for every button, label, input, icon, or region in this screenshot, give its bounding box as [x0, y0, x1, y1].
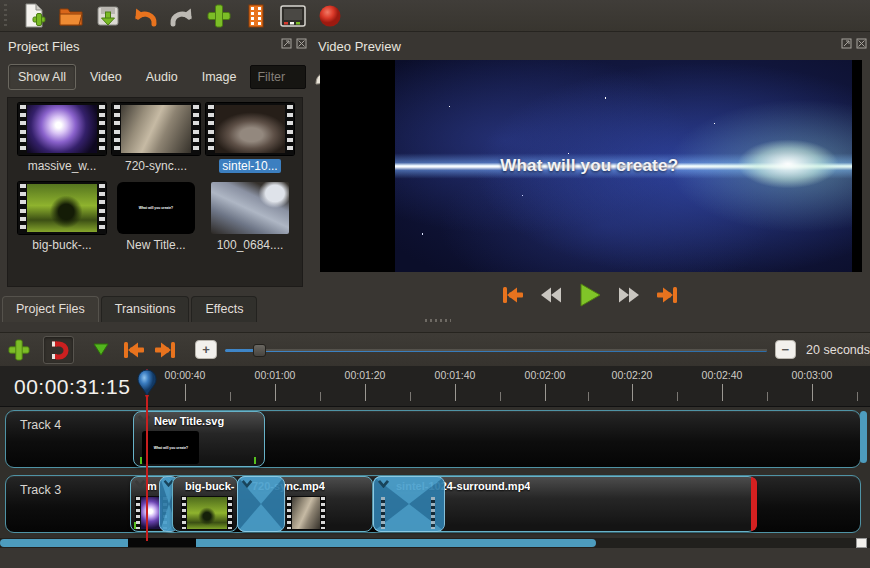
jump-to-start-button[interactable]: [500, 284, 526, 310]
media-item-bigbuck[interactable]: big-buck-...: [14, 182, 110, 253]
save-icon: [96, 4, 120, 28]
open-project-button[interactable]: [57, 2, 85, 30]
rewind-button[interactable]: [539, 285, 565, 309]
zoom-slider-handle[interactable]: [253, 344, 266, 357]
transition-menu-chevron-icon[interactable]: [241, 479, 253, 488]
panel-splitter-handle[interactable]: [425, 319, 451, 322]
playhead-marker-icon: [136, 369, 158, 401]
previous-marker-icon: [121, 339, 147, 361]
timeline-tracks-area: Track 4 New Title.svg What will you crea…: [0, 407, 870, 538]
track-4-label: Track 4: [20, 418, 61, 432]
choose-profile-button[interactable]: [242, 2, 270, 30]
playhead-handle[interactable]: [136, 369, 158, 405]
import-files-button[interactable]: [205, 2, 233, 30]
video-preview-panel-controls: [841, 38, 867, 49]
ruler-mark: 00:03:00: [792, 369, 833, 381]
redo-button[interactable]: [168, 2, 196, 30]
clip-trim-end-marker[interactable]: [751, 477, 757, 531]
filmstrip-thumbnail: [206, 103, 294, 155]
add-track-button[interactable]: [4, 336, 33, 364]
zoom-scale-label: 20 seconds: [806, 343, 870, 357]
export-video-button[interactable]: [316, 2, 344, 30]
transition-filmstrip-overlay: [380, 496, 436, 530]
hscroll-gap: [128, 538, 196, 547]
filter-tab-audio[interactable]: Audio: [136, 64, 188, 90]
project-files-title-text: Project Files: [8, 39, 80, 54]
next-marker-button[interactable]: [150, 336, 179, 364]
marker-triangle-icon: [92, 342, 110, 358]
minus-glyph-icon: −: [782, 343, 790, 356]
tab-transitions[interactable]: Transitions: [101, 296, 190, 322]
close-panel-icon[interactable]: [856, 38, 867, 49]
tab-effects[interactable]: Effects: [191, 296, 257, 322]
add-marker-button[interactable]: [88, 336, 113, 364]
media-item-720sync[interactable]: 720-sync....: [108, 103, 204, 174]
previous-marker-button[interactable]: [119, 336, 148, 364]
track-3-label: Track 3: [20, 483, 61, 497]
media-item-massive[interactable]: massive_w...: [14, 103, 110, 174]
filter-tab-show-all[interactable]: Show All: [8, 64, 76, 90]
float-panel-icon[interactable]: [841, 38, 852, 49]
timeline-vertical-scrollbar[interactable]: [860, 411, 867, 463]
transition-2[interactable]: [237, 476, 285, 532]
video-frame: What will you create?: [395, 60, 852, 272]
clip-big-buck[interactable]: big-buck-: [172, 476, 238, 532]
jump-end-icon: [654, 284, 680, 306]
play-icon: [578, 282, 602, 308]
clip-menu-chevron-icon[interactable]: [137, 414, 151, 424]
clip-new-title-svg[interactable]: New Title.svg What will you create?: [133, 411, 265, 467]
filter-input[interactable]: [250, 65, 306, 89]
save-project-button[interactable]: [94, 2, 122, 30]
zoom-out-button[interactable]: −: [775, 340, 796, 359]
plus-glyph-icon: +: [202, 343, 210, 356]
media-item-label: 100_0684....: [214, 238, 287, 252]
new-project-icon: [22, 3, 46, 29]
play-button[interactable]: [578, 282, 602, 312]
filmstrip-thumbnail: [112, 103, 200, 155]
snapping-toggle-button[interactable]: [43, 336, 74, 364]
undo-button[interactable]: [131, 2, 159, 30]
hscroll-thumb[interactable]: [0, 539, 596, 547]
filmstrip-thumbnail: [18, 182, 106, 234]
filter-tab-image[interactable]: Image: [192, 64, 247, 90]
clip-title: m: [147, 480, 157, 492]
new-project-button[interactable]: [20, 2, 48, 30]
media-item-label: massive_w...: [25, 159, 100, 173]
left-panel-tabs: Project Files Transitions Effects: [2, 296, 257, 322]
timeline-horizontal-scrollbar[interactable]: [0, 538, 870, 548]
media-item-bedroom-photo[interactable]: 100_0684....: [202, 182, 298, 253]
filter-tab-video[interactable]: Video: [80, 64, 132, 90]
zoom-in-button[interactable]: +: [195, 340, 216, 359]
clip-menu-chevron-icon[interactable]: [134, 479, 146, 488]
magnet-icon: [48, 340, 70, 360]
tab-project-files[interactable]: Project Files: [2, 296, 99, 322]
ruler-mark: 00:01:40: [435, 369, 476, 381]
video-preview-title-text: Video Preview: [318, 39, 401, 54]
transition-3[interactable]: [373, 476, 445, 532]
float-panel-icon[interactable]: [281, 38, 292, 49]
record-circle-icon: [318, 4, 342, 28]
playhead-timecode: 00:00:31:15: [14, 375, 130, 399]
media-item-label-selected: sintel-10...: [219, 159, 280, 173]
title-thumbnail-text: What will you create?: [123, 206, 189, 210]
playback-controls: [310, 281, 870, 313]
screen-frame-icon: [280, 5, 306, 27]
plus-icon: [207, 4, 231, 28]
redo-arrow-icon: [169, 5, 195, 27]
jump-to-end-button[interactable]: [654, 284, 680, 310]
zoom-slider[interactable]: [225, 343, 767, 357]
openshot-window: Project Files Show All Video Audio Image: [0, 0, 870, 568]
fullscreen-button[interactable]: [279, 2, 307, 30]
project-files-grid: massive_w... 720-sync.... sintel-10...: [7, 97, 303, 287]
plus-icon: [8, 339, 30, 361]
project-files-panel-controls: [281, 38, 307, 49]
transition-menu-chevron-icon[interactable]: [377, 479, 390, 488]
timeline-ruler[interactable]: 00:00:31:15 00:00:40 00:01:00 00:01:20 0…: [0, 366, 870, 407]
media-item-sintel[interactable]: sintel-10...: [202, 103, 298, 174]
ruler-mark: 00:00:40: [165, 369, 206, 381]
toolbar-grip-handle[interactable]: [2, 4, 9, 28]
fast-forward-button[interactable]: [615, 285, 641, 309]
close-panel-icon[interactable]: [296, 38, 307, 49]
media-item-newtitle[interactable]: What will you create? New Title...: [108, 182, 204, 253]
hscroll-end-handle[interactable]: [856, 538, 867, 548]
